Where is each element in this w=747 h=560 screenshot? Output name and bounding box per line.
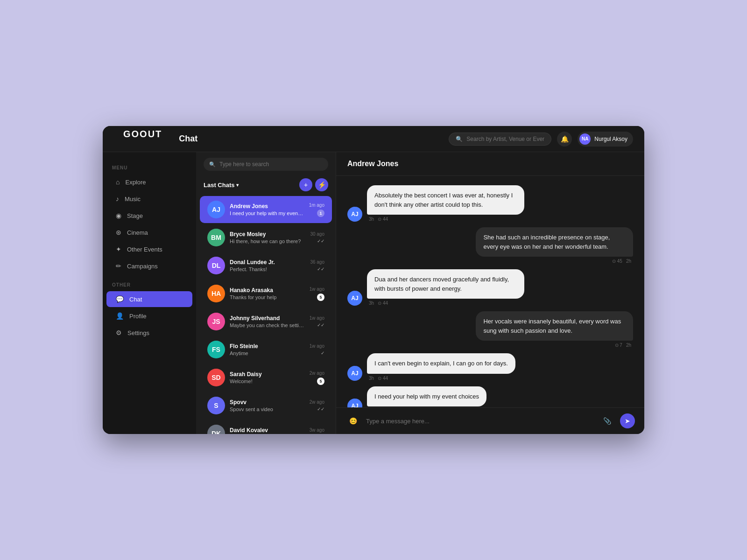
message-meta: 3h ⊙ 44 (367, 376, 515, 381)
chat-list-item[interactable]: AJ Andrew Jones I need your help with my… (200, 196, 332, 223)
notification-button[interactable]: 🔔 (557, 132, 572, 147)
chat-name: Flo Steinle (230, 343, 305, 350)
chat-list-item[interactable]: SD Sarah Daisy Welcome! 2w ago 5 (200, 364, 332, 391)
message-bubble: Absolutely the best concert I was ever a… (367, 185, 524, 215)
user-badge[interactable]: NA Nurgul Aksoy (578, 132, 633, 147)
chat-search-input[interactable] (219, 161, 323, 168)
chat-time: 30 ago (310, 231, 324, 237)
chat-meta: 1w ago ✓✓ (310, 315, 324, 328)
sidebar-item-explore[interactable]: ⌂ Explore (106, 174, 192, 190)
chat-avatar: FS (207, 341, 225, 358)
sidebar-item-profile[interactable]: 👤 Profile (106, 308, 192, 324)
chat-time: 1w ago (310, 315, 324, 321)
message-avatar: AJ (347, 207, 362, 222)
sidebar-item-campaigns[interactable]: ✏ Campaigns (106, 258, 192, 274)
sidebar-item-settings[interactable]: ⚙ Settings (106, 325, 192, 341)
message-bubble: She had such an incredible presence on s… (476, 227, 633, 257)
message-views: ⊙ 7 (615, 343, 622, 348)
message-time: 2h (626, 259, 631, 264)
chat-badge: 5 (317, 378, 324, 385)
chat-list-item[interactable]: HA Hanako Arasaka Thanks for your help 1… (200, 280, 332, 307)
message-avatar: AJ (347, 366, 362, 381)
chat-preview: Perfect. Thanks! (230, 266, 305, 272)
global-search-bar[interactable]: 🔍 (449, 133, 551, 146)
chat-time: 2w ago (310, 371, 324, 376)
emoji-button[interactable]: 😊 (345, 413, 360, 428)
chat-avatar: S (207, 397, 225, 414)
chat-list-item[interactable]: FS Flo Steinle Anytime 1w ago ✓ (200, 336, 332, 363)
chat-time: 2w ago (310, 399, 324, 405)
chat-list-item[interactable]: DK David Kovalev Hello 3w ago ✓✓ (200, 420, 332, 434)
last-chats-label[interactable]: Last Chats ▾ (204, 182, 239, 189)
send-button[interactable]: ➤ (620, 413, 635, 428)
chat-name: Donal Lundee Jr. (230, 259, 305, 266)
chat-list-item[interactable]: DL Donal Lundee Jr. Perfect. Thanks! 36 … (200, 252, 332, 279)
chat-info: Flo Steinle Anytime (230, 343, 305, 356)
chat-time: 3w ago (310, 427, 324, 433)
message-row: AJ Absolutely the best concert I was eve… (347, 185, 633, 222)
message-views: ⊙ 45 (612, 259, 622, 264)
chat-meta: 2w ago ✓✓ (310, 399, 324, 412)
user-avatar: NA (579, 133, 591, 145)
message-row: Her vocals were insanely beautiful, ever… (347, 311, 633, 348)
settings-icon: ⚙ (116, 329, 122, 336)
other-events-icon: ✦ (116, 245, 121, 253)
global-search-input[interactable] (466, 136, 544, 142)
add-chat-button[interactable]: + (299, 178, 312, 191)
chat-info: Spovv Spovv sent a video (230, 399, 305, 412)
cinema-icon: ⊛ (116, 229, 121, 236)
chat-list-header: Last Chats ▾ + ⚡ (196, 175, 336, 196)
chat-search-bar[interactable]: 🔍 (204, 158, 328, 171)
message-bubble: I can't even begin to explain, I can go … (367, 353, 515, 374)
sidebar-item-stage[interactable]: ◉ Stage (106, 208, 192, 224)
chat-info: Hanako Arasaka Thanks for your help (230, 287, 305, 300)
logo: GOOUT (114, 129, 171, 149)
message-bubble-wrap: I can't even begin to explain, I can go … (367, 353, 515, 381)
chat-list-item[interactable]: BM Bryce Mosley Hi there, how we can go … (200, 224, 332, 251)
messages-area: AJ Absolutely the best concert I was eve… (336, 176, 644, 407)
chat-name: Hanako Arasaka (230, 287, 305, 294)
chat-badge: 1 (317, 210, 324, 217)
chat-preview: Welcome! (230, 378, 305, 384)
chat-name: Sarah Daisy (230, 371, 305, 378)
sidebar-item-chat[interactable]: 💬 Chat (106, 291, 192, 307)
campaigns-icon: ✏ (116, 262, 121, 270)
attach-button[interactable]: 📎 (599, 413, 614, 428)
sidebar-item-label: Music (125, 196, 141, 203)
chat-icon: 💬 (116, 295, 124, 303)
chat-avatar: BM (207, 229, 225, 246)
sidebar-item-music[interactable]: ♪ Music (106, 191, 192, 207)
chat-search-container: 🔍 (196, 152, 336, 175)
message-bubble-wrap: She had such an incredible presence on s… (476, 227, 633, 264)
chat-name: David Kovalev (230, 427, 305, 434)
top-bar: GOOUT Chat 🔍 🔔 NA Nurgul Aksoy (103, 126, 644, 152)
message-row: AJ Dua and her dancers moved gracefully … (347, 269, 633, 306)
filter-chat-button[interactable]: ⚡ (315, 178, 328, 191)
message-meta: 3h ⊙ 44 (367, 301, 524, 306)
sidebar-item-label: Other Events (127, 246, 162, 253)
chat-name: Andrew Jones (230, 203, 304, 210)
chat-meta: 2w ago 5 (310, 371, 324, 385)
chat-time: 1m ago (309, 203, 324, 208)
message-row: AJ I can't even begin to explain, I can … (347, 353, 633, 381)
message-meta: 3h ⊙ 44 (367, 217, 524, 222)
chat-list-actions: + ⚡ (299, 178, 328, 191)
message-views: ⊙ 44 (378, 301, 388, 306)
chat-avatar: DK (207, 425, 225, 434)
sidebar-item-cinema[interactable]: ⊛ Cinema (106, 224, 192, 240)
sidebar-item-other-events[interactable]: ✦ Other Events (106, 241, 192, 257)
chat-list-item[interactable]: JS Johnny Silverhand Maybe you can check… (200, 308, 332, 335)
message-bubble-wrap: Her vocals were insanely beautiful, ever… (476, 311, 633, 348)
main-layout: MENU ⌂ Explore ♪ Music ◉ Stage ⊛ Cinema … (103, 152, 644, 434)
message-bubble: Her vocals were insanely beautiful, ever… (476, 311, 633, 341)
message-bubble-wrap: I need your help with my event choices 3… (367, 386, 486, 408)
chat-search-icon: 🔍 (209, 161, 216, 168)
search-icon: 🔍 (456, 136, 463, 142)
sidebar-item-label: Stage (127, 212, 143, 219)
chat-list-item[interactable]: S Spovv Spovv sent a video 2w ago ✓✓ (200, 392, 332, 419)
message-bubble: Dua and her dancers moved gracefully and… (367, 269, 524, 299)
top-bar-right: 🔍 🔔 NA Nurgul Aksoy (449, 132, 633, 147)
explore-icon: ⌂ (116, 178, 120, 186)
message-input[interactable] (366, 418, 594, 425)
chat-tick: ✓✓ (317, 322, 324, 328)
